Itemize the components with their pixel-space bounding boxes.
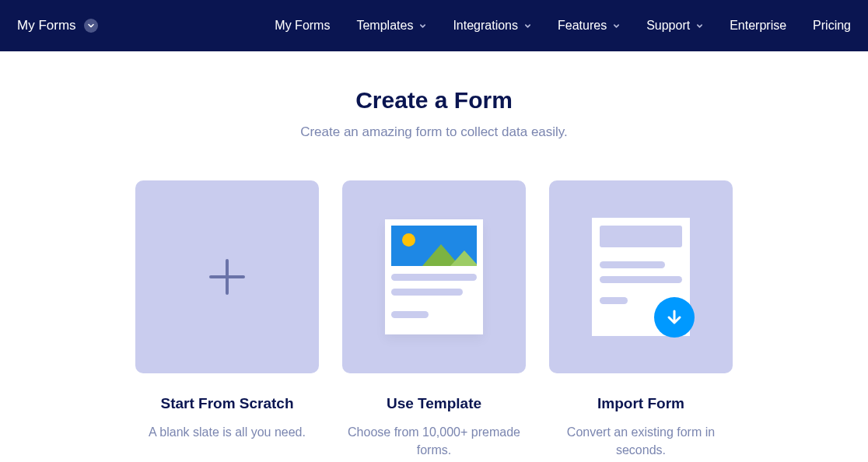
card-template: Use Template Choose from 10,000+ premade…	[342, 180, 526, 459]
page-subtitle: Create an amazing form to collect data e…	[0, 124, 868, 140]
chevron-down-icon[interactable]	[84, 19, 98, 33]
nav-brand-group[interactable]: My Forms	[17, 18, 98, 33]
nav-item-integrations[interactable]: Integrations	[453, 19, 531, 33]
chevron-down-icon	[696, 19, 703, 33]
card-row: Start From Scratch A blank slate is all …	[0, 180, 868, 459]
card-import-desc: Convert an existing form in seconds.	[549, 423, 733, 459]
nav-label: Enterprise	[730, 19, 786, 33]
card-scratch-desc: A blank slate is all you need.	[135, 423, 319, 441]
nav-item-my-forms[interactable]: My Forms	[275, 19, 330, 33]
image-placeholder-icon	[391, 226, 477, 266]
nav-item-features[interactable]: Features	[558, 19, 620, 33]
top-navbar: My Forms My Forms Templates Integrations…	[0, 0, 868, 51]
card-template-box[interactable]	[342, 180, 526, 373]
nav-label: Features	[558, 19, 607, 33]
card-scratch: Start From Scratch A blank slate is all …	[135, 180, 319, 459]
nav-label: Support	[646, 19, 690, 33]
download-arrow-icon	[654, 297, 695, 338]
card-import-title: Import Form	[549, 395, 733, 412]
main-content: Create a Form Create an amazing form to …	[0, 51, 868, 459]
plus-icon	[206, 256, 248, 298]
card-template-desc: Choose from 10,000+ premade forms.	[342, 423, 526, 459]
card-import-box[interactable]	[549, 180, 733, 373]
brand-label: My Forms	[17, 18, 76, 33]
nav-label: Integrations	[453, 19, 518, 33]
chevron-down-icon	[613, 19, 620, 33]
nav-item-enterprise[interactable]: Enterprise	[730, 19, 786, 33]
nav-item-templates[interactable]: Templates	[356, 19, 426, 33]
nav-label: Templates	[356, 19, 413, 33]
nav-menu: My Forms Templates Integrations Features…	[275, 19, 851, 33]
import-document-icon	[592, 218, 690, 336]
nav-label: My Forms	[275, 19, 330, 33]
card-scratch-title: Start From Scratch	[135, 395, 319, 412]
template-document-icon	[385, 219, 483, 334]
page-title: Create a Form	[0, 87, 868, 114]
card-import: Import Form Convert an existing form in …	[549, 180, 733, 459]
chevron-down-icon	[524, 19, 531, 33]
card-scratch-box[interactable]	[135, 180, 319, 373]
chevron-down-icon	[419, 19, 426, 33]
nav-label: Pricing	[813, 19, 851, 33]
nav-item-pricing[interactable]: Pricing	[813, 19, 851, 33]
card-template-title: Use Template	[342, 395, 526, 412]
nav-item-support[interactable]: Support	[646, 19, 703, 33]
